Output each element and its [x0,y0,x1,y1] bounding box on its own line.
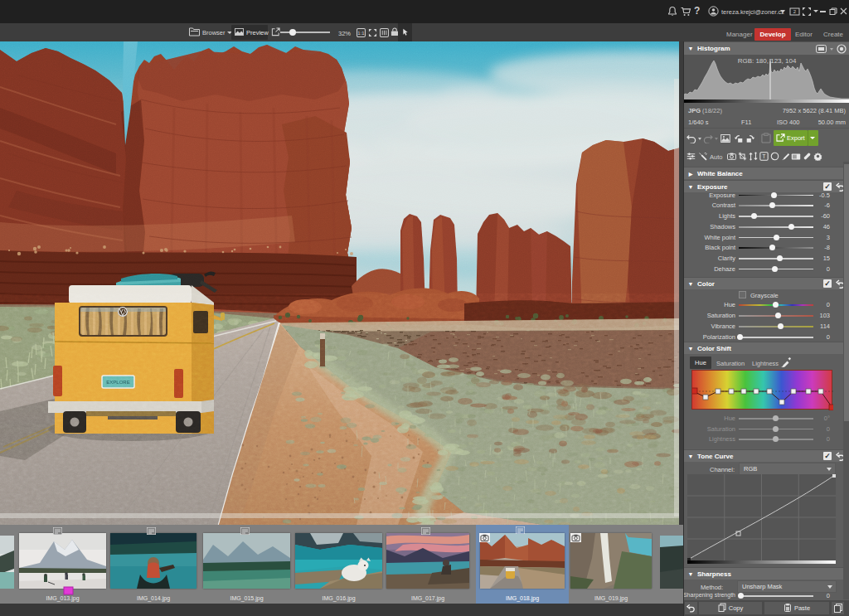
svg-text:T: T [763,153,766,159]
svg-text:2: 2 [793,9,797,14]
svg-text:1:1: 1:1 [357,31,365,36]
